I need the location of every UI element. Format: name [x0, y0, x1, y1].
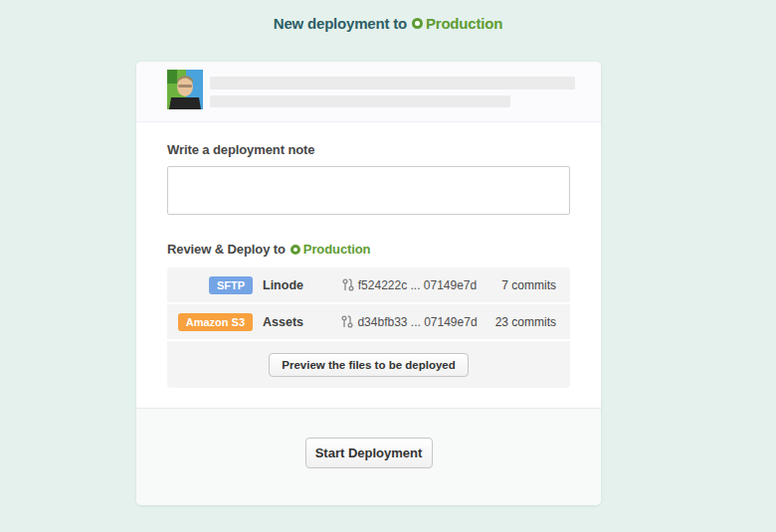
avatar-photo	[167, 70, 203, 109]
revision-range: d34bfb33 ... 07149e7d	[357, 315, 477, 329]
deployment-note-label: Write a deployment note	[167, 142, 570, 157]
start-deployment-button[interactable]: Start Deployment	[305, 438, 433, 468]
server-name: Assets	[253, 315, 336, 329]
environment-chip: Production	[291, 242, 371, 257]
commits-count: 7 commits	[483, 278, 570, 292]
preview-files-button[interactable]: Preview the files to be deployed	[269, 353, 468, 377]
environment-ring-icon	[412, 18, 423, 29]
revision-range-cell: f524222c ... 07149e7d	[336, 278, 483, 292]
revision-range: f524222c ... 07149e7d	[358, 278, 477, 292]
commits-range-icon	[342, 278, 354, 291]
preview-row: Preview the files to be deployed	[167, 341, 570, 388]
deployment-note-input[interactable]	[167, 166, 570, 215]
card-footer: Start Deployment	[136, 408, 601, 505]
redacted-user-info	[210, 77, 575, 107]
card-header	[136, 62, 601, 122]
review-heading-text: Review & Deploy to	[167, 242, 286, 257]
server-type-badge: SFTP	[209, 276, 253, 294]
environment-name: Production	[303, 242, 371, 257]
server-row: SFTP Linode f524222c ... 07149e7d 7 comm…	[167, 267, 570, 304]
environment-ring-icon	[291, 245, 300, 255]
page-title: New deployment to Production	[0, 15, 776, 32]
deployment-card: Write a deployment note Review & Deploy …	[136, 62, 601, 505]
redacted-line-2	[210, 95, 510, 107]
environment-name: Production	[426, 15, 502, 32]
avatar	[167, 70, 203, 109]
server-type-cell: SFTP	[167, 276, 253, 294]
environment-chip: Production	[412, 15, 502, 32]
commits-count: 23 commits	[483, 315, 570, 329]
revision-range-cell: d34bfb33 ... 07149e7d	[336, 315, 483, 329]
redacted-line-1	[210, 77, 575, 89]
server-name: Linode	[253, 278, 336, 292]
review-deploy-heading: Review & Deploy to Production	[167, 242, 570, 257]
servers-panel: SFTP Linode f524222c ... 07149e7d 7 comm…	[167, 267, 570, 388]
server-type-badge: Amazon S3	[178, 313, 253, 331]
commits-range-icon	[341, 315, 353, 328]
server-type-cell: Amazon S3	[167, 313, 253, 331]
server-row: Amazon S3 Assets d34bfb33 ... 07149e7d 2…	[167, 304, 570, 341]
page-title-text: New deployment to	[274, 15, 407, 32]
card-body: Write a deployment note Review & Deploy …	[136, 122, 601, 408]
